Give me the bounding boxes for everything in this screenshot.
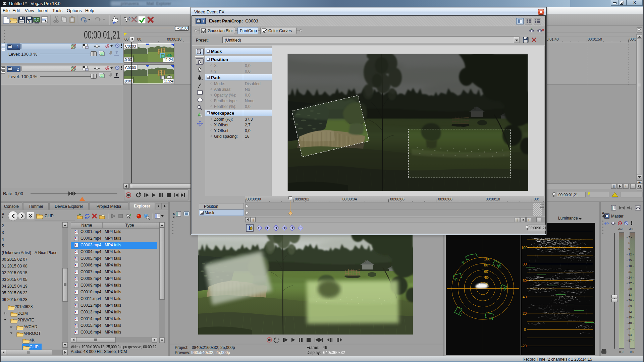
svg-text:R: R bbox=[462, 261, 464, 264]
svg-text:Yl: Yl bbox=[454, 278, 458, 281]
svg-text:G: G bbox=[459, 311, 462, 315]
svg-text:40: 40 bbox=[523, 295, 527, 299]
svg-text:100: 100 bbox=[521, 246, 527, 250]
svg-text:20: 20 bbox=[523, 311, 527, 315]
svg-text:?: ? bbox=[128, 17, 130, 21]
svg-text:C0003: C0003 bbox=[125, 44, 136, 48]
svg-text:80: 80 bbox=[484, 263, 488, 267]
svg-text:11:24: 11:24 bbox=[164, 58, 173, 62]
svg-text:-20: -20 bbox=[521, 344, 527, 348]
svg-text:Mg: Mg bbox=[497, 264, 501, 268]
svg-text:Cv: Cv bbox=[489, 316, 493, 320]
svg-text:60: 60 bbox=[523, 279, 527, 283]
svg-text:0: 0 bbox=[524, 327, 526, 331]
svg-text:0:00: 0:00 bbox=[125, 58, 132, 62]
svg-text:α: α bbox=[101, 53, 103, 56]
svg-text:B: B bbox=[503, 287, 506, 291]
svg-text:40: 40 bbox=[484, 276, 488, 280]
svg-text:?: ? bbox=[28, 19, 31, 24]
svg-text:100: 100 bbox=[484, 257, 490, 261]
svg-text:60: 60 bbox=[484, 269, 488, 274]
svg-text:80: 80 bbox=[523, 262, 527, 266]
